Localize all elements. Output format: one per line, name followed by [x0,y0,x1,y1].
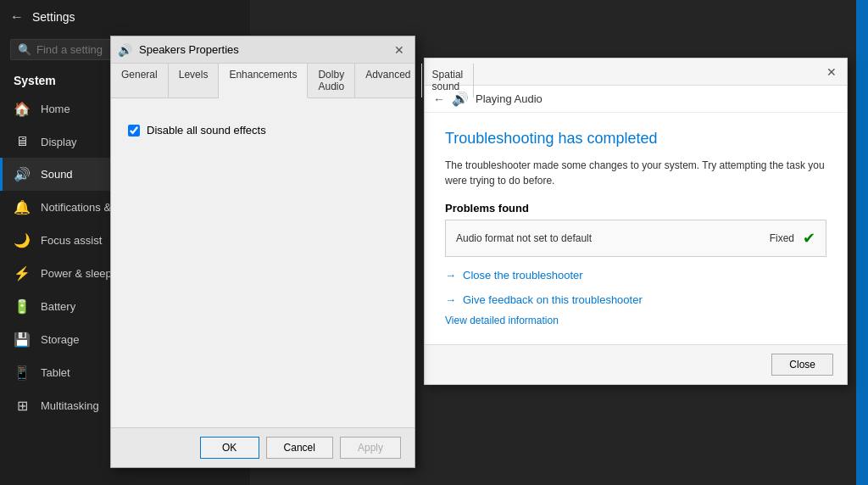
arrow-icon: → [445,269,456,282]
troubleshooter-panel: ✕ ← 🔊 Playing Audio Troubleshooting has … [424,58,848,385]
problem-status: Fixed [770,232,794,244]
focus-label: Focus assist [41,234,102,247]
table-row: Audio format not set to default Fixed ✔ [446,220,826,256]
close-troubleshooter-link[interactable]: → Close the troubleshooter [445,269,826,282]
troubleshooter-close-button[interactable]: Close [771,354,833,376]
multitasking-label: Multitasking [41,399,99,412]
storage-label: Storage [41,333,80,346]
speakers-dialog-title: Speakers Properties [139,43,384,56]
status-check-icon: ✔ [803,229,815,248]
storage-icon: 💾 [14,332,31,348]
home-label: Home [41,103,70,115]
blue-accent-stripe [856,0,868,485]
notifications-label: Notifications & [41,201,111,214]
close-troubleshooter-label: Close the troubleshooter [463,269,583,282]
display-icon: 🖥 [14,134,31,149]
back-button[interactable]: ← [10,9,24,25]
tab-levels[interactable]: Levels [169,64,220,98]
tab-enhancements[interactable]: Enhancements [219,64,308,98]
cancel-button[interactable]: Cancel [266,437,333,459]
display-label: Display [41,136,77,148]
troubleshooter-title-bar: ✕ [425,59,847,86]
feedback-link[interactable]: → Give feedback on this troubleshooter [445,293,826,306]
problems-table: Audio format not set to default Fixed ✔ [445,220,826,257]
troubleshooter-body: Troubleshooting has completed The troubl… [425,113,847,344]
arrow-icon-2: → [445,293,456,306]
tab-spatial[interactable]: Spatial sound [422,64,475,98]
speakers-dialog: 🔊 Speakers Properties ✕ General Levels E… [110,36,415,468]
troubleshooter-heading: Troubleshooting has completed [445,130,826,148]
speakers-dialog-title-bar: 🔊 Speakers Properties ✕ [111,36,415,64]
troubleshooter-close-x-button[interactable]: ✕ [823,64,840,81]
search-icon: 🔍 [18,43,31,56]
apply-button[interactable]: Apply [340,437,401,459]
speakers-dialog-footer: OK Cancel Apply [111,427,415,467]
title-bar: ← Settings [0,0,250,34]
speakers-dialog-tabs: General Levels Enhancements Dolby Audio … [111,64,415,98]
feedback-label: Give feedback on this troubleshooter [463,293,643,306]
troubleshooter-footer: Close [425,344,847,384]
battery-icon: 🔋 [14,298,31,315]
tab-advanced[interactable]: Advanced [355,64,421,98]
notifications-icon: 🔔 [14,199,31,215]
speakers-dialog-close-button[interactable]: ✕ [391,42,408,59]
troubleshooter-nav: ← 🔊 Playing Audio [425,86,847,113]
tablet-icon: 📱 [14,365,31,381]
problems-label: Problems found [445,202,826,215]
multitasking-icon: ⊞ [14,398,31,414]
sound-icon: 🔊 [14,166,31,182]
power-label: Power & sleep [41,267,112,280]
speakers-dialog-icon: 🔊 [118,43,132,57]
view-detail-link[interactable]: View detailed information [445,315,559,326]
home-icon: 🏠 [14,101,31,117]
sound-label: Sound [41,168,73,181]
disable-effects-label: Disable all sound effects [147,124,266,137]
battery-label: Battery [41,300,75,313]
ok-button[interactable]: OK [200,437,259,459]
settings-title: Settings [32,10,75,24]
tab-dolby[interactable]: Dolby Audio [308,64,355,98]
disable-effects-row: Disable all sound effects [128,124,398,137]
disable-effects-checkbox[interactable] [128,125,140,137]
tab-general[interactable]: General [111,64,169,98]
focus-icon: 🌙 [14,232,31,248]
tablet-label: Tablet [41,366,70,379]
problem-text: Audio format not set to default [456,232,770,244]
speakers-dialog-content: Disable all sound effects [111,98,415,427]
power-icon: ⚡ [14,265,31,282]
troubleshooter-nav-title: Playing Audio [476,92,542,105]
troubleshooter-description: The troubleshooter made some changes to … [445,158,826,188]
